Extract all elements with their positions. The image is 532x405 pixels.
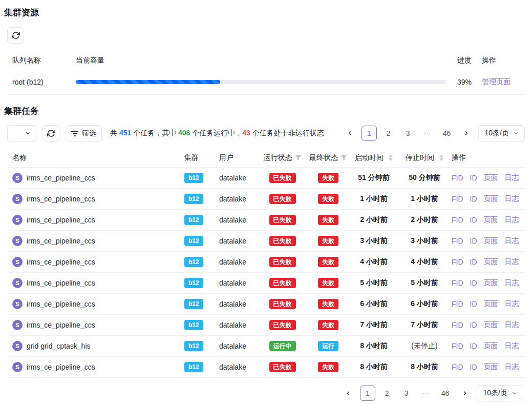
avatar: S — [12, 320, 23, 330]
tasks-summary: 共 451 个任务，其中 408 个任务运行中，43 个任务处于非运行状态 — [110, 129, 324, 138]
stop-time: 5 小时前 — [397, 278, 452, 288]
page-button[interactable]: 3 — [400, 126, 416, 141]
next-page-button[interactable] — [459, 126, 474, 141]
id-link[interactable]: ID — [470, 174, 477, 182]
page-size-select[interactable]: 10条/页 — [477, 385, 523, 401]
fid-link[interactable]: FID — [452, 363, 463, 371]
col-progress: 进度 — [457, 56, 482, 65]
page-link[interactable]: 页面 — [484, 257, 498, 267]
avatar: S — [12, 341, 23, 351]
log-link[interactable]: 日志 — [505, 299, 519, 309]
task-name: irms_ce_pipeline_ccs — [27, 363, 95, 371]
log-link[interactable]: 日志 — [505, 215, 519, 225]
refresh-resources-button[interactable] — [7, 27, 24, 44]
avatar-letter: S — [15, 175, 19, 181]
stop-time: 7 小时前 — [397, 320, 452, 330]
resources-table: 队列名称 当前容量 进度 操作 root (b12) 39% 管理页面 — [0, 52, 532, 95]
final-status-tag: 运行 — [318, 341, 338, 351]
page-button[interactable]: 2 — [379, 386, 395, 401]
final-status-tag: 失败 — [318, 362, 338, 372]
page-button[interactable]: 46 — [438, 386, 453, 401]
run-status-tag: 已失败 — [269, 236, 296, 246]
page-link[interactable]: 页面 — [484, 278, 498, 288]
page-button[interactable]: 1 — [361, 126, 377, 141]
start-time: 4 小时前 — [350, 257, 397, 267]
col-queue-name: 队列名称 — [7, 56, 76, 65]
task-name: irms_ce_pipeline_ccs — [27, 258, 95, 266]
task-name: irms_ce_pipeline_ccs — [27, 279, 95, 287]
header-cell: 停止时间 — [397, 153, 452, 163]
avatar: S — [12, 236, 23, 246]
cluster-tag: b12 — [184, 299, 203, 309]
table-row: S irms_ce_pipeline_ccs b12 datalake 已失败 … — [7, 168, 525, 189]
id-link[interactable]: ID — [470, 237, 477, 245]
page-button[interactable]: 2 — [381, 126, 396, 141]
log-link[interactable]: 日志 — [505, 341, 519, 351]
refresh-icon — [12, 31, 20, 39]
fid-link[interactable]: FID — [452, 300, 463, 308]
page-link[interactable]: 页面 — [484, 299, 498, 309]
log-link[interactable]: 日志 — [505, 362, 519, 372]
row-actions: FID ID 页面 日志 — [452, 236, 525, 246]
log-link[interactable]: 日志 — [505, 320, 519, 330]
filter-button[interactable]: 筛选 — [66, 125, 102, 141]
log-link[interactable]: 日志 — [505, 194, 519, 204]
cluster-tag: b12 — [184, 341, 203, 351]
filter-funnel-icon[interactable] — [295, 155, 302, 161]
fid-link[interactable]: FID — [452, 216, 463, 224]
fid-link[interactable]: FID — [452, 279, 463, 287]
sorter-icon[interactable] — [439, 155, 443, 161]
filter-funnel-icon[interactable] — [341, 155, 347, 161]
non-running-count: 43 — [242, 129, 250, 137]
manage-page-link[interactable]: 管理页面 — [482, 77, 510, 86]
fid-link[interactable]: FID — [452, 195, 463, 203]
sorter-icon[interactable] — [389, 155, 393, 161]
prev-page-button[interactable] — [341, 386, 356, 401]
log-link[interactable]: 日志 — [505, 236, 519, 246]
fid-link[interactable]: FID — [452, 321, 463, 329]
id-link[interactable]: ID — [470, 321, 477, 329]
id-link[interactable]: ID — [470, 195, 477, 203]
refresh-tasks-button[interactable] — [42, 125, 59, 141]
log-link[interactable]: 日志 — [505, 278, 519, 288]
fid-link[interactable]: FID — [452, 258, 463, 266]
table-row: S grid grid_cptask_his b12 datalake 运行中 … — [7, 336, 525, 357]
page-size-select[interactable]: 10条/页 — [478, 125, 525, 141]
next-page-button[interactable] — [457, 386, 473, 401]
refresh-icon — [47, 129, 55, 137]
page-link[interactable]: 页面 — [484, 362, 498, 372]
run-status-tag: 已失败 — [269, 299, 296, 309]
id-link[interactable]: ID — [470, 216, 477, 224]
run-status-tag: 已失败 — [269, 194, 296, 204]
page-link[interactable]: 页面 — [484, 341, 498, 351]
prev-page-button[interactable] — [342, 126, 357, 141]
page-link[interactable]: 页面 — [484, 236, 498, 246]
page-button[interactable]: 1 — [360, 386, 375, 401]
page-link[interactable]: 页面 — [484, 320, 498, 330]
cluster-tasks-section: 集群任务 筛选 共 451 个任务，其中 408 个任务运行中，43 个任务处于… — [0, 106, 532, 401]
id-link[interactable]: ID — [470, 258, 477, 266]
fid-link[interactable]: FID — [452, 237, 463, 245]
tasks-toolbar: 筛选 共 451 个任务，其中 408 个任务运行中，43 个任务处于非运行状态… — [7, 125, 525, 141]
fid-link[interactable]: FID — [452, 174, 463, 182]
tasks-table: 名称集群用户运行状态最终状态启动时间停止时间操作 S irms_ce_pipel… — [7, 149, 525, 378]
page-link[interactable]: 页面 — [484, 173, 498, 183]
id-link[interactable]: ID — [470, 279, 477, 287]
total-count: 451 — [119, 129, 131, 137]
page-link[interactable]: 页面 — [484, 194, 498, 204]
log-link[interactable]: 日志 — [505, 173, 519, 183]
cluster-tag: b12 — [184, 194, 203, 204]
capacity-cell — [76, 80, 457, 84]
fid-link[interactable]: FID — [452, 342, 463, 350]
id-link[interactable]: ID — [470, 363, 477, 371]
id-link[interactable]: ID — [470, 300, 477, 308]
log-link[interactable]: 日志 — [505, 257, 519, 267]
page-link[interactable]: 页面 — [484, 215, 498, 225]
id-link[interactable]: ID — [470, 342, 477, 350]
header-label: 最终状态 — [309, 153, 338, 163]
user-name: datalake — [219, 195, 246, 203]
column-settings-button[interactable] — [7, 125, 36, 141]
page-button[interactable]: 46 — [439, 126, 455, 141]
avatar-letter: S — [15, 301, 19, 307]
page-button[interactable]: 3 — [399, 386, 414, 401]
